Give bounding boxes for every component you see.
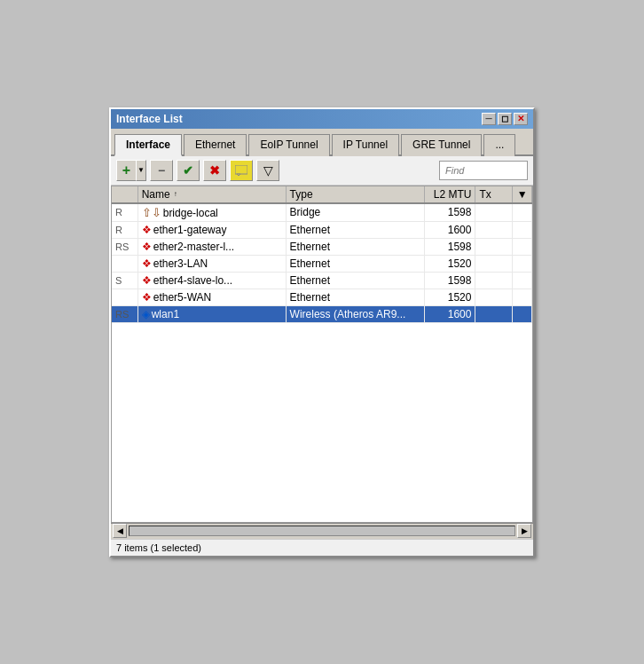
cell-tx	[475, 289, 513, 305]
cell-l2mtu: 1520	[425, 255, 475, 272]
cell-l2mtu: 1600	[425, 305, 475, 322]
cell-tx	[475, 305, 513, 322]
tab-eoip-tunnel[interactable]: EoIP Tunnel	[248, 134, 329, 156]
toolbar: + ▼ − ✔ ✖ ▽	[111, 156, 533, 186]
horizontal-scrollbar: ◀ ▶	[111, 523, 533, 539]
cell-tx	[475, 272, 513, 289]
ethernet-icon: ❖	[142, 257, 152, 270]
cell-l2mtu: 1600	[425, 221, 475, 238]
tab-ip-tunnel[interactable]: IP Tunnel	[332, 134, 399, 156]
cell-tx	[475, 255, 513, 272]
tabs-row: Interface Ethernet EoIP Tunnel IP Tunnel…	[111, 129, 533, 156]
cell-status: R	[112, 203, 137, 222]
cell-status: S	[112, 272, 137, 289]
cell-tx	[475, 238, 513, 255]
title-bar-buttons: ─ ◻ ✕	[482, 113, 528, 125]
tab-ethernet[interactable]: Ethernet	[184, 134, 247, 156]
interface-list-window: Interface List ─ ◻ ✕ Interface Ethernet …	[109, 107, 535, 557]
cell-tx	[475, 203, 513, 222]
remove-button[interactable]: −	[150, 160, 173, 181]
cell-status: RS	[112, 305, 137, 322]
ethernet-icon: ❖	[142, 291, 152, 304]
bridge-icon: ⇧⇩	[142, 206, 161, 219]
col-header-dropdown[interactable]: ▼	[513, 186, 532, 203]
cell-name: ❖ether4-slave-lo...	[137, 272, 286, 289]
cell-type: Bridge	[286, 203, 424, 222]
tab-more[interactable]: ...	[483, 134, 515, 156]
tab-gre-tunnel[interactable]: GRE Tunnel	[401, 134, 482, 156]
close-button[interactable]: ✕	[514, 113, 528, 125]
svg-rect-0	[235, 165, 247, 174]
cell-name: ❖ether5-WAN	[137, 289, 286, 305]
cell-name: ❖ether3-LAN	[137, 255, 286, 272]
cell-name: ❖ether2-master-l...	[137, 238, 286, 255]
table-row[interactable]: ❖ether5-WANEthernet1520	[112, 289, 532, 305]
col-header-tx[interactable]: Tx	[475, 186, 513, 203]
ethernet-icon: ❖	[142, 241, 152, 253]
cell-dropdown	[513, 203, 532, 222]
status-text: 7 items (1 selected)	[116, 542, 201, 553]
cell-l2mtu: 1598	[425, 203, 475, 222]
table-row[interactable]: ❖ether3-LANEthernet1520	[112, 255, 532, 272]
add-button[interactable]: +	[116, 160, 136, 181]
cell-type: Wireless (Atheros AR9...	[286, 305, 424, 322]
svg-marker-1	[237, 174, 240, 176]
disable-button[interactable]: ✖	[203, 160, 226, 181]
interface-table: Name ↑ Type L2 MTU Tx ▼	[112, 186, 532, 323]
cell-type: Ethernet	[286, 238, 424, 255]
col-header-name[interactable]: Name ↑	[137, 186, 286, 203]
wireless-icon: ◈	[142, 308, 150, 320]
cell-dropdown	[513, 305, 532, 322]
cell-name: ⇧⇩bridge-local	[137, 203, 286, 222]
cell-dropdown	[513, 221, 532, 238]
cell-status: RS	[112, 238, 137, 255]
col-header-type[interactable]: Type	[286, 186, 424, 203]
tab-interface[interactable]: Interface	[114, 134, 182, 156]
add-dropdown-button[interactable]: ▼	[136, 160, 146, 181]
minimize-button[interactable]: ─	[482, 113, 496, 125]
cell-status: R	[112, 221, 137, 238]
maximize-button[interactable]: ◻	[498, 113, 512, 125]
cell-dropdown	[513, 272, 532, 289]
cell-status	[112, 255, 137, 272]
cell-type: Ethernet	[286, 289, 424, 305]
table-row[interactable]: R⇧⇩bridge-localBridge1598	[112, 203, 532, 222]
cell-dropdown	[513, 255, 532, 272]
window-title: Interface List	[116, 113, 183, 125]
scroll-left-button[interactable]: ◀	[113, 524, 127, 538]
filter-button[interactable]: ▽	[256, 160, 279, 181]
scroll-track[interactable]	[129, 526, 515, 536]
table-row[interactable]: R❖ether1-gatewayEthernet1600	[112, 221, 532, 238]
comment-button[interactable]	[230, 160, 253, 181]
cell-type: Ethernet	[286, 255, 424, 272]
cell-l2mtu: 1520	[425, 289, 475, 305]
cell-name: ❖ether1-gateway	[137, 221, 286, 238]
cell-type: Ethernet	[286, 272, 424, 289]
comment-icon	[235, 165, 247, 176]
title-bar: Interface List ─ ◻ ✕	[111, 109, 533, 129]
cell-l2mtu: 1598	[425, 238, 475, 255]
cell-dropdown	[513, 289, 532, 305]
table-row[interactable]: RS◈wlan1Wireless (Atheros AR9...1600	[112, 305, 532, 322]
cell-status	[112, 289, 137, 305]
cell-type: Ethernet	[286, 221, 424, 238]
cell-l2mtu: 1598	[425, 272, 475, 289]
enable-button[interactable]: ✔	[177, 160, 200, 181]
find-input[interactable]	[439, 161, 528, 180]
status-bar: 7 items (1 selected)	[111, 539, 533, 556]
cell-name: ◈wlan1	[137, 305, 286, 322]
add-button-group: + ▼	[116, 160, 146, 181]
interface-table-container: Name ↑ Type L2 MTU Tx ▼	[111, 186, 533, 523]
ethernet-icon: ❖	[142, 224, 152, 236]
table-row[interactable]: S❖ether4-slave-lo...Ethernet1598	[112, 272, 532, 289]
cell-dropdown	[513, 238, 532, 255]
table-row[interactable]: RS❖ether2-master-l...Ethernet1598	[112, 238, 532, 255]
col-header-status	[112, 186, 137, 203]
scroll-right-button[interactable]: ▶	[517, 524, 531, 538]
sort-arrow-icon: ↑	[174, 190, 177, 198]
table-body: R⇧⇩bridge-localBridge1598R❖ether1-gatewa…	[112, 203, 532, 323]
col-header-l2mtu[interactable]: L2 MTU	[425, 186, 475, 203]
ethernet-icon: ❖	[142, 274, 152, 287]
cell-tx	[475, 221, 513, 238]
